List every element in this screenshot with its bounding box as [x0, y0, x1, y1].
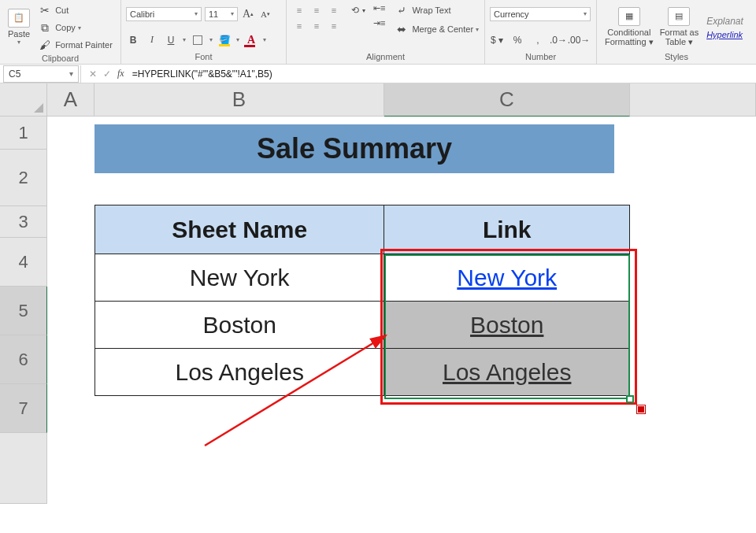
- clipboard-label: Clipboard: [5, 52, 116, 65]
- wrap-text-button[interactable]: ⤶ Wrap Text: [395, 3, 479, 17]
- row-header-2[interactable]: 2: [0, 150, 47, 206]
- decrease-decimal-button[interactable]: .00→: [572, 33, 586, 47]
- ribbon-styles: ▦ ConditionalFormatting ▾ ▤ Format asTab…: [597, 0, 756, 64]
- cell-c5[interactable]: New York: [384, 254, 630, 302]
- row-header-6[interactable]: 6: [0, 335, 47, 384]
- row-header-3[interactable]: 3: [0, 206, 47, 238]
- formula-bar: C5▾ ✕ ✓ fx =HYPERLINK("#'"&B5&"'!A1",B5): [0, 65, 756, 83]
- cancel-icon[interactable]: ✕: [89, 68, 97, 80]
- title-band: Sale Summary: [94, 124, 614, 173]
- font-color-button[interactable]: A: [244, 33, 258, 47]
- decrease-font-button[interactable]: A▾: [258, 7, 272, 21]
- bold-button[interactable]: B: [126, 33, 140, 47]
- th-link: Link: [384, 205, 630, 254]
- format-as-table-button[interactable]: ▤ Format asTable ▾: [657, 7, 702, 47]
- row-header-7[interactable]: 7: [0, 384, 47, 433]
- cell-c6[interactable]: Boston: [384, 302, 630, 349]
- increase-font-button[interactable]: A▴: [241, 7, 255, 21]
- font-name-select[interactable]: Calibri▾: [126, 7, 202, 21]
- italic-button[interactable]: I: [145, 33, 159, 47]
- cell-c7[interactable]: Los Angeles: [384, 349, 630, 396]
- paste-icon: 📋: [8, 9, 30, 28]
- link-boston[interactable]: Boston: [470, 312, 543, 338]
- style-hyperlink[interactable]: Hyperlink: [706, 30, 743, 39]
- fill-color-button[interactable]: 🪣: [217, 33, 232, 47]
- number-label: Number: [490, 50, 591, 64]
- row-header-4[interactable]: 4: [0, 238, 47, 287]
- indent-increase[interactable]: ⇥≡: [373, 18, 385, 28]
- cut-button[interactable]: ✂ Cut: [38, 3, 113, 17]
- ribbon-number: Currency▾ $ ▾ % , .0→ .00→ Number: [485, 0, 597, 64]
- th-sheet-name: Sheet Name: [95, 205, 384, 254]
- fill-handle[interactable]: [626, 395, 634, 403]
- underline-button[interactable]: U: [164, 33, 178, 47]
- svg-marker-0: [34, 103, 43, 113]
- copy-icon: ⧉: [38, 20, 52, 35]
- font-label: Font: [126, 50, 281, 64]
- font-size-select[interactable]: 11▾: [205, 7, 238, 21]
- cell-b5[interactable]: New York: [95, 254, 384, 302]
- ribbon-font: Calibri▾ 11▾ A▴ A▾ B I U ▾ ▾ 🪣 ▾ A ▾: [121, 0, 287, 64]
- col-header-c[interactable]: C: [384, 83, 630, 117]
- col-header-b[interactable]: B: [94, 83, 384, 117]
- align-grid[interactable]: ≡≡≡ ≡≡≡: [291, 3, 342, 33]
- number-format-select[interactable]: Currency▾: [490, 7, 591, 21]
- format-painter-button[interactable]: 🖌 Format Painter: [38, 38, 113, 52]
- copy-button[interactable]: ⧉ Copy ▾: [38, 20, 113, 35]
- orientation-button[interactable]: ⟲: [348, 3, 362, 17]
- select-all-corner[interactable]: [0, 83, 47, 117]
- row-header-blank[interactable]: [0, 433, 47, 504]
- formula-input[interactable]: =HYPERLINK("#'"&B5&"'!A1",B5): [132, 68, 756, 80]
- sheet-grid: A B C 1 2 3 4 5 6 7 Sale Summary Sheet N…: [0, 83, 756, 117]
- comma-button[interactable]: ,: [531, 33, 545, 47]
- row-header-5[interactable]: 5: [0, 287, 47, 335]
- fx-icon[interactable]: fx: [117, 68, 124, 80]
- ribbon-align: ≡≡≡ ≡≡≡ ⟲▾ ⇤≡ ⇥≡ ⤶ Wrap Text ⬌ Merge & C…: [287, 0, 485, 64]
- enter-icon[interactable]: ✓: [103, 68, 111, 80]
- table-row: New York New York: [95, 254, 630, 302]
- table-icon: ▤: [668, 7, 690, 26]
- wrap-icon: ⤶: [395, 3, 409, 17]
- col-header-a[interactable]: A: [47, 83, 94, 117]
- merge-center-button[interactable]: ⬌ Merge & Center ▾: [395, 22, 479, 36]
- percent-button[interactable]: %: [510, 33, 524, 47]
- paste-button[interactable]: 📋 Paste ▾: [5, 2, 33, 52]
- brush-icon: 🖌: [38, 38, 52, 52]
- merge-icon: ⬌: [395, 22, 409, 36]
- arrow-annotation: [197, 328, 394, 453]
- alignment-label: Alignment: [291, 50, 480, 64]
- row-header-1[interactable]: 1: [0, 117, 47, 150]
- link-new-york[interactable]: New York: [457, 265, 557, 291]
- conditional-formatting-button[interactable]: ▦ ConditionalFormatting ▾: [602, 7, 657, 47]
- scissors-icon: ✂: [38, 3, 52, 17]
- svg-line-1: [205, 335, 386, 446]
- col-header-blank[interactable]: [630, 83, 756, 117]
- border-button[interactable]: [191, 33, 205, 47]
- increase-decimal-button[interactable]: .0→: [551, 33, 565, 47]
- currency-button[interactable]: $ ▾: [490, 33, 504, 47]
- name-box[interactable]: C5▾: [3, 65, 79, 83]
- ribbon: 📋 Paste ▾ ✂ Cut ⧉ Copy ▾ 🖌 Format Painte…: [0, 0, 756, 65]
- style-explanatory[interactable]: Explanat: [706, 16, 743, 27]
- indent-decrease[interactable]: ⇤≡: [373, 3, 385, 13]
- styles-label: Styles: [602, 50, 751, 64]
- cond-fmt-icon: ▦: [618, 7, 640, 26]
- link-los-angeles[interactable]: Los Angeles: [443, 359, 571, 385]
- autofill-options-button[interactable]: [636, 405, 646, 414]
- ribbon-clipboard: 📋 Paste ▾ ✂ Cut ⧉ Copy ▾ 🖌 Format Painte…: [0, 0, 121, 64]
